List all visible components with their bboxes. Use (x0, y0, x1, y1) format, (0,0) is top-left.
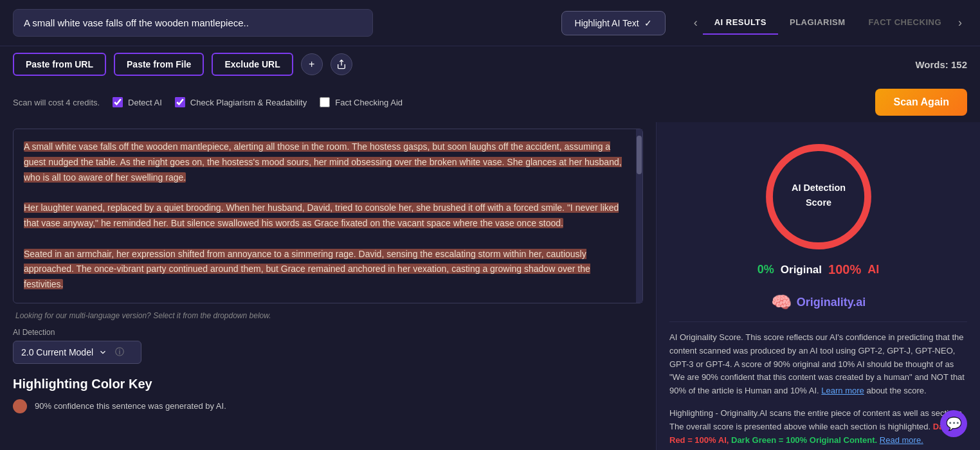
exclude-url-button[interactable]: Exclude URL (212, 53, 293, 76)
check-plagiarism-checkbox[interactable] (175, 97, 185, 107)
read-more-link[interactable]: Read more. (880, 435, 923, 445)
divider-1 (669, 321, 967, 322)
detect-ai-checkbox[interactable] (113, 97, 123, 107)
toolbar-row: Paste from URL Paste from File Exclude U… (0, 46, 980, 82)
highlight-ai-text-button[interactable]: Highlight AI Text ✓ (561, 11, 666, 35)
scroll-thumb (637, 136, 642, 174)
color-key-item: 90% confidence this sentence was generat… (13, 399, 643, 413)
paste-file-button[interactable]: Paste from File (114, 53, 204, 76)
text-input-display: A small white vase falls off the wooden … (13, 9, 373, 37)
dark-green-label: Dark Green = 100% Original Content. (731, 435, 877, 445)
tabs-next-arrow[interactable]: › (953, 14, 967, 32)
score-circle-title-line1: AI Detection (792, 183, 846, 193)
originality-logo: 🧠 Originality.ai (669, 292, 967, 312)
score-circle-title-line2: Score (806, 197, 831, 208)
score-labels: 0% Original 100% AI (758, 262, 879, 277)
fact-checking-checkbox-group[interactable]: Fact Checking Aid (320, 97, 403, 107)
check-plagiarism-checkbox-group[interactable]: Check Plagiarism & Readability (175, 97, 307, 107)
tab-plagiarism[interactable]: PLAGIARISM (778, 11, 857, 35)
color-key-section: Highlighting Color Key 90% confidence th… (13, 377, 643, 413)
logo-text: Originality.ai (797, 296, 866, 309)
ai-highlighted-paragraph2: Her laughter waned, replaced by a quiet … (24, 203, 619, 228)
tab-fact-checking[interactable]: FACT CHECKING (857, 11, 953, 35)
check-icon: ✓ (644, 18, 652, 28)
detect-ai-label: Detect AI (128, 98, 162, 107)
learn-more-link[interactable]: Learn more (821, 386, 864, 395)
highlight-btn-label: Highlight AI Text (575, 18, 639, 28)
ai-detection-dropdown-label: AI Detection (13, 328, 643, 337)
text-content-area: A small white vase falls off the wooden … (13, 129, 643, 303)
logo-brain-icon: 🧠 (771, 292, 792, 312)
right-panel: AI Detection Score 0% Original 100% AI 🧠… (656, 122, 980, 450)
scan-cost-label: Scan will cost 4 credits. (13, 98, 100, 107)
ai-detection-value: 2.0 Current Model (21, 347, 93, 357)
ai-percentage: 100% (828, 262, 861, 277)
paste-url-button[interactable]: Paste from URL (13, 53, 106, 76)
highlighted-text: A small white vase falls off the wooden … (14, 129, 642, 303)
main-content: A small white vase falls off the wooden … (0, 122, 980, 450)
share-button[interactable] (331, 53, 352, 75)
add-button[interactable]: + (301, 53, 323, 75)
top-bar: A small white vase falls off the wooden … (0, 0, 980, 46)
color-key-title: Highlighting Color Key (13, 377, 643, 392)
left-panel: A small white vase falls off the wooden … (0, 122, 656, 450)
language-note: Looking for our multi-language version? … (13, 311, 643, 320)
ai-highlighted-paragraph3: Seated in an armchair, her expression sh… (24, 249, 590, 290)
ai-label: AI (867, 263, 879, 276)
ai-score-description: AI Originality Score. This score reflect… (669, 331, 967, 398)
check-plagiarism-label: Check Plagiarism & Readability (190, 98, 307, 107)
words-count: Words: 152 (915, 59, 967, 70)
ai-detection-select[interactable]: 2.0 Current Model ⓘ (13, 341, 141, 364)
original-label: Original (781, 264, 822, 276)
original-percentage: 0% (758, 263, 774, 276)
tabs-area: ‹ AI RESULTS PLAGIARISM FACT CHECKING › (689, 11, 967, 35)
fact-checking-label: Fact Checking Aid (335, 98, 403, 107)
dropdown-chevron-icon (98, 348, 107, 357)
chat-bubble-button[interactable]: 💬 (940, 410, 967, 437)
color-dot-ai (13, 399, 27, 413)
ai-highlighted-paragraph1: A small white vase falls off the wooden … (24, 141, 622, 183)
score-circle-svg: AI Detection Score (761, 139, 876, 255)
scan-again-button[interactable]: Scan Again (875, 89, 967, 116)
color-key-item-label: 90% confidence this sentence was generat… (35, 401, 226, 411)
tab-ai-results[interactable]: AI RESULTS (703, 11, 778, 35)
detect-ai-checkbox-group[interactable]: Detect AI (113, 97, 162, 107)
fact-checking-checkbox[interactable] (320, 97, 330, 107)
options-row: Scan will cost 4 credits. Detect AI Chec… (0, 82, 980, 122)
score-circle-area: AI Detection Score 0% Original 100% AI (669, 132, 967, 287)
highlight-description: Highlighting - Originality.AI scans the … (669, 407, 967, 447)
tabs-prev-arrow[interactable]: ‹ (689, 14, 703, 32)
ai-detection-dropdown-container: AI Detection 2.0 Current Model ⓘ (13, 328, 643, 364)
scrollbar[interactable] (636, 129, 642, 303)
info-icon: ⓘ (115, 346, 124, 358)
